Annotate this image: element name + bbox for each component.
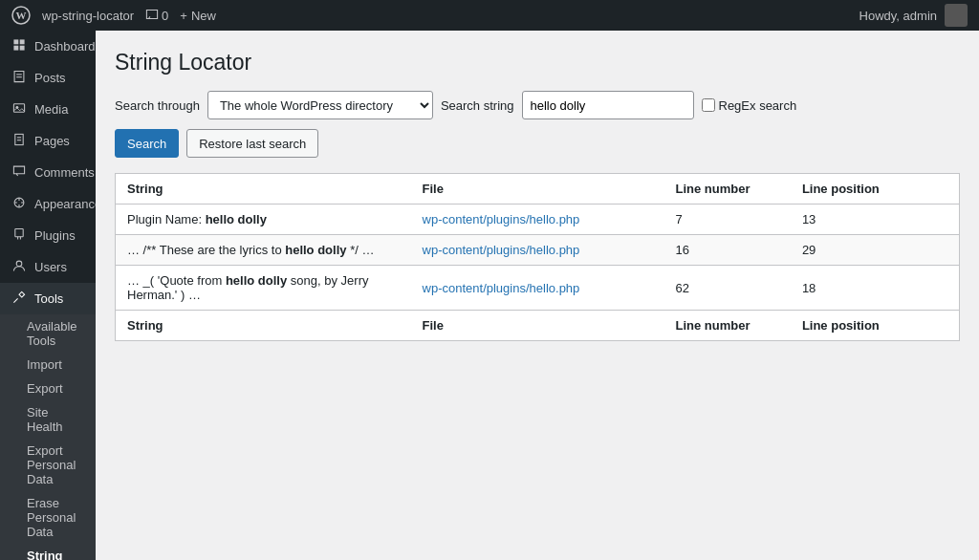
sidebar-item-users[interactable]: Users <box>0 251 96 283</box>
cell-line-number: 62 <box>664 266 790 311</box>
col-header-line-position: Line position <box>791 174 960 205</box>
dashboard-icon <box>11 38 27 54</box>
comments-label: Comments <box>34 165 95 180</box>
cell-line-position: 29 <box>791 235 960 266</box>
submenu-import[interactable]: Import <box>0 353 96 377</box>
regex-label[interactable]: RegEx search <box>702 98 797 113</box>
col-header-file: File <box>411 174 664 205</box>
cell-line-position: 18 <box>791 266 960 311</box>
submenu-site-health[interactable]: Site Health <box>0 400 96 439</box>
cell-line-position: 13 <box>791 205 960 235</box>
plugins-label: Plugins <box>34 228 76 243</box>
posts-label: Posts <box>34 71 66 85</box>
tools-label: Tools <box>34 291 63 306</box>
sidebar-item-appearance[interactable]: Appearance <box>0 188 96 220</box>
regex-checkbox[interactable] <box>702 98 715 112</box>
plugins-icon <box>11 227 27 244</box>
media-label: Media <box>34 102 68 117</box>
match-bold: hello dolly <box>206 212 267 226</box>
howdy-text[interactable]: Howdy, admin <box>859 9 937 23</box>
users-label: Users <box>34 260 67 274</box>
svg-rect-3 <box>20 39 25 44</box>
svg-rect-8 <box>13 104 24 112</box>
pages-label: Pages <box>34 134 70 148</box>
sidebar-item-dashboard[interactable]: Dashboard <box>0 31 96 62</box>
sidebar-item-pages[interactable]: Pages <box>0 125 96 157</box>
table-row: … /** These are the lyrics to hello doll… <box>116 235 960 266</box>
results-table: String File Line number Line position Pl… <box>115 173 960 341</box>
match-bold: hello dolly <box>226 273 287 288</box>
col-footer-string: String <box>116 311 411 341</box>
svg-rect-2 <box>13 39 18 44</box>
regex-text: RegEx search <box>719 98 797 113</box>
search-controls: Search through The whole WordPress direc… <box>115 91 960 119</box>
media-icon <box>11 101 27 118</box>
svg-point-15 <box>16 261 22 267</box>
posts-icon <box>11 70 27 86</box>
comments-count: 0 <box>162 9 168 23</box>
svg-rect-10 <box>15 134 23 144</box>
cell-line-number: 16 <box>664 235 790 266</box>
file-link[interactable]: wp-content/plugins/hello.php <box>423 243 580 257</box>
admin-bar: W wp-string-locator 0 + New Howdy, admin <box>0 0 979 31</box>
sidebar-item-comments[interactable]: Comments <box>0 157 96 188</box>
user-avatar <box>945 4 968 27</box>
pages-icon <box>11 133 27 149</box>
main-content: String Locator Search through The whole … <box>96 31 979 560</box>
submenu-export-personal-data[interactable]: Export Personal Data <box>0 439 96 491</box>
col-footer-line-number: Line number <box>664 311 790 341</box>
action-buttons: Search Restore last search <box>115 129 960 158</box>
tools-submenu: Available Tools Import Export Site Healt… <box>0 314 96 560</box>
dashboard-label: Dashboard <box>34 39 96 54</box>
table-row: Plugin Name: hello dollywp-content/plugi… <box>116 205 960 235</box>
cell-line-number: 7 <box>664 205 790 235</box>
submenu-erase-personal-data[interactable]: Erase Personal Data <box>0 491 96 544</box>
new-label: New <box>191 9 216 23</box>
search-input[interactable] <box>522 91 694 119</box>
restore-button[interactable]: Restore last search <box>186 129 318 158</box>
admin-sidebar: Dashboard Posts Media Pages Comments <box>0 31 96 560</box>
cell-string: … _( 'Quote from hello dolly song, by Je… <box>116 266 411 311</box>
submenu-string-locator[interactable]: String Locator <box>0 544 96 560</box>
sidebar-item-tools[interactable]: Tools <box>0 283 96 314</box>
tools-icon <box>11 291 27 307</box>
wp-logo-icon[interactable]: W <box>11 6 31 25</box>
appearance-icon <box>11 196 27 212</box>
cell-file: wp-content/plugins/hello.php <box>411 266 664 311</box>
users-icon <box>11 259 27 275</box>
cell-file: wp-content/plugins/hello.php <box>411 235 664 266</box>
svg-text:W: W <box>16 10 27 21</box>
table-header-row: String File Line number Line position <box>116 174 960 205</box>
col-header-string: String <box>116 174 411 205</box>
search-button[interactable]: Search <box>115 129 179 158</box>
file-link[interactable]: wp-content/plugins/hello.php <box>423 281 580 295</box>
appearance-label: Appearance <box>34 197 101 211</box>
file-link[interactable]: wp-content/plugins/hello.php <box>423 212 580 226</box>
sidebar-item-media[interactable]: Media <box>0 94 96 125</box>
new-content[interactable]: + New <box>180 9 216 23</box>
search-through-select[interactable]: The whole WordPress directory Plugins Th… <box>207 91 433 119</box>
submenu-available-tools[interactable]: Available Tools <box>0 314 96 353</box>
site-name[interactable]: wp-string-locator <box>42 9 134 23</box>
svg-rect-4 <box>13 46 18 51</box>
table-row: … _( 'Quote from hello dolly song, by Je… <box>116 266 960 311</box>
match-bold: hello dolly <box>285 243 346 257</box>
comments-icon[interactable]: 0 <box>145 9 168 23</box>
svg-rect-14 <box>15 228 23 236</box>
col-footer-file: File <box>411 311 664 341</box>
comments-menu-icon <box>11 164 27 181</box>
sidebar-item-posts[interactable]: Posts <box>0 62 96 94</box>
table-footer-row: String File Line number Line position <box>116 311 960 341</box>
col-footer-line-position: Line position <box>791 311 960 341</box>
search-through-label: Search through <box>115 98 200 113</box>
cell-string: Plugin Name: hello dolly <box>116 205 411 235</box>
cell-file: wp-content/plugins/hello.php <box>411 205 664 235</box>
page-title: String Locator <box>115 50 960 75</box>
cell-string: … /** These are the lyrics to hello doll… <box>116 235 411 266</box>
submenu-export[interactable]: Export <box>0 377 96 400</box>
svg-rect-5 <box>20 46 25 51</box>
col-header-line-number: Line number <box>664 174 790 205</box>
search-string-label: Search string <box>441 98 514 113</box>
sidebar-item-plugins[interactable]: Plugins <box>0 220 96 251</box>
